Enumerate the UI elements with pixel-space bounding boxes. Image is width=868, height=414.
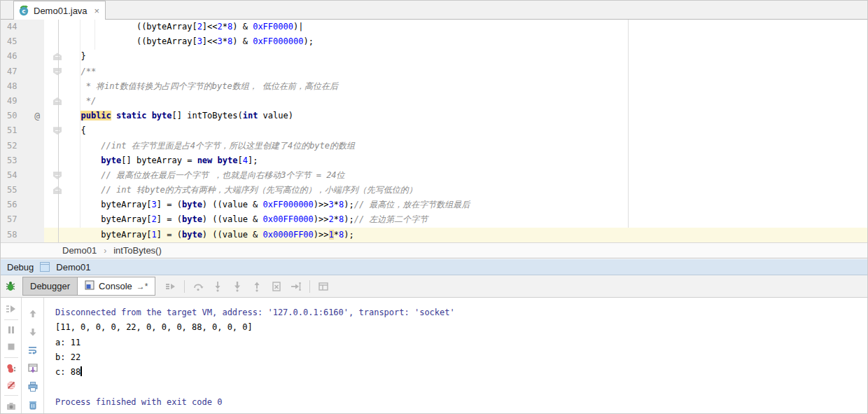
scroll-to-end-icon[interactable] [25, 361, 41, 376]
fold-gutter [44, 228, 71, 242]
tab-console[interactable]: Console →* [78, 277, 155, 296]
code-line[interactable]: 45 ((byteArray[3]<<3*8) & 0xFF000000); [1, 34, 867, 49]
clear-all-icon[interactable] [25, 397, 41, 413]
line-number: 53 [1, 153, 44, 168]
line-number: 50@ [1, 109, 44, 123]
fold-gutter [44, 79, 71, 94]
code-text: //int 在字节里面是占4个字节，所以这里创建了4位的byte的数组 [71, 139, 355, 153]
text-caret [80, 366, 82, 376]
line-number: 45 [1, 34, 44, 49]
console-line: a: 11 [55, 336, 868, 350]
line-number: 57 [1, 212, 44, 227]
soft-wrap-icon[interactable] [25, 343, 41, 358]
print-icon[interactable] [25, 379, 41, 394]
code-line[interactable]: 44 ((byteArray[2]<<2*8) & 0xFF0000)| [1, 20, 867, 34]
fold-gutter-line [58, 20, 59, 242]
fold-gutter [44, 153, 71, 168]
debug-toolwindow-header: Debug Demo01 [1, 259, 867, 275]
code-line[interactable]: 46 } [1, 49, 867, 64]
line-number: 46 [1, 49, 44, 64]
code-text: ((byteArray[3]<<3*8) & 0xFF000000); [71, 34, 314, 49]
code-text: byteArray[1] = (byte) ((value & 0x0000FF… [71, 228, 867, 242]
step-into-icon[interactable] [210, 279, 225, 294]
fold-gutter [44, 198, 71, 212]
mute-breakpoints-icon[interactable] [4, 378, 19, 392]
separator [4, 319, 18, 320]
code-line[interactable]: 50@ public static byte[] intToBytes(int … [1, 109, 867, 123]
breadcrumb-method[interactable]: intToBytes() [113, 245, 162, 256]
fold-end-icon[interactable] [53, 186, 62, 194]
fold-end-icon[interactable] [53, 97, 62, 105]
debug-panel-title: Debug [7, 262, 34, 272]
line-number: 52 [1, 139, 44, 153]
thread-dump-icon[interactable] [4, 399, 19, 413]
tab-debugger-label: Debugger [30, 281, 70, 291]
code-line[interactable]: 54 // 最高位放在最后一个字节 ，也就是向右移动3个字节 = 24位 [1, 168, 867, 183]
console-line: [11, 0, 0, 0, 22, 0, 0, 0, 88, 0, 0, 0] [55, 320, 868, 335]
close-tab-icon[interactable]: × [94, 6, 100, 16]
line-number: 54 [1, 168, 44, 183]
code-line[interactable]: 49 */ [1, 94, 867, 109]
code-line[interactable]: 55 // int 转byte的方式有两种，大端序列（先写高位的），小端序列（先… [1, 183, 867, 198]
fold-gutter [44, 94, 71, 109]
fold-gutter [44, 139, 71, 153]
debug-session-name: Demo01 [56, 262, 90, 272]
java-class-icon: c [18, 5, 29, 16]
console-output[interactable]: Disconnected from the target VM, address… [45, 298, 868, 414]
console-output-indicator-icon: →* [136, 282, 148, 291]
restore-layout-icon[interactable] [316, 279, 331, 294]
fold-gutter [44, 20, 71, 34]
stepping-actions [161, 279, 333, 294]
code-editor[interactable]: 44 ((byteArray[2]<<2*8) & 0xFF0000)|45 (… [1, 20, 867, 242]
code-line[interactable]: 47 /** [1, 64, 867, 79]
editor-tab-bar: c Demo01.java × [1, 1, 867, 20]
stop-icon[interactable] [4, 340, 19, 354]
fold-start-icon[interactable] [53, 127, 62, 134]
scroll-up-icon[interactable] [25, 306, 41, 322]
code-line[interactable]: 51 { [1, 123, 867, 138]
line-number: 51 [1, 123, 44, 138]
separator [4, 395, 18, 396]
step-over-icon[interactable] [190, 279, 206, 294]
line-number: 58 [1, 228, 44, 242]
fold-start-icon[interactable] [53, 172, 62, 179]
code-line[interactable]: 56 byteArray[3] = (byte) ((value & 0xFF0… [1, 198, 867, 212]
annotation-gutter-icon: @ [34, 109, 40, 123]
code-text: // 最高位放在最后一个字节 ，也就是向右移动3个字节 = 24位 [71, 168, 345, 183]
show-execution-point-icon[interactable] [163, 279, 178, 294]
fold-start-icon[interactable] [53, 68, 62, 76]
separator [309, 280, 310, 293]
drop-frame-icon[interactable] [269, 279, 284, 294]
run-to-cursor-icon[interactable] [288, 279, 304, 294]
breadcrumb-class[interactable]: Demo01 [62, 245, 97, 256]
rerun-icon[interactable] [4, 302, 19, 316]
console-line: Process finished with exit code 0 [55, 395, 868, 410]
debug-controls-column [1, 298, 22, 414]
ide-window: c Demo01.java × 44 ((byteArray[2]<<2*8) … [0, 0, 868, 414]
code-line[interactable]: 53 byte[] byteArray = new byte[4]; [1, 153, 867, 168]
separator [184, 280, 185, 293]
fold-gutter [44, 123, 71, 138]
console-line: Disconnected from the target VM, address… [55, 305, 868, 320]
code-line[interactable]: 48 * 将int数值转换为占四个字节的byte数组， 低位在前，高位在后 [1, 79, 867, 94]
line-number: 48 [1, 79, 44, 94]
code-line[interactable]: 58 byteArray[1] = (byte) ((value & 0x000… [1, 228, 867, 242]
step-out-icon[interactable] [249, 279, 265, 294]
tab-debugger[interactable]: Debugger [22, 277, 78, 296]
code-text: ((byteArray[2]<<2*8) & 0xFF0000)| [71, 20, 303, 34]
pause-icon[interactable] [4, 324, 19, 338]
code-line[interactable]: 57 byteArray[2] = (byte) ((value & 0x00F… [1, 212, 867, 227]
fold-end-icon[interactable] [53, 53, 62, 60]
scroll-down-icon[interactable] [25, 324, 41, 340]
editor-tab-demo01[interactable]: c Demo01.java × [13, 1, 106, 20]
code-line[interactable]: 52 //int 在字节里面是占4个字节，所以这里创建了4位的byte的数组 [1, 139, 867, 153]
code-lines: 44 ((byteArray[2]<<2*8) & 0xFF0000)|45 (… [1, 20, 867, 242]
breadcrumb-separator-icon: › [104, 246, 106, 256]
view-breakpoints-icon[interactable] [4, 361, 19, 375]
fold-gutter [44, 49, 71, 64]
force-step-into-icon[interactable] [230, 279, 245, 294]
separator [4, 357, 18, 358]
fold-gutter [44, 212, 71, 227]
line-number: 49 [1, 94, 44, 109]
tab-console-label: Console [99, 281, 132, 291]
